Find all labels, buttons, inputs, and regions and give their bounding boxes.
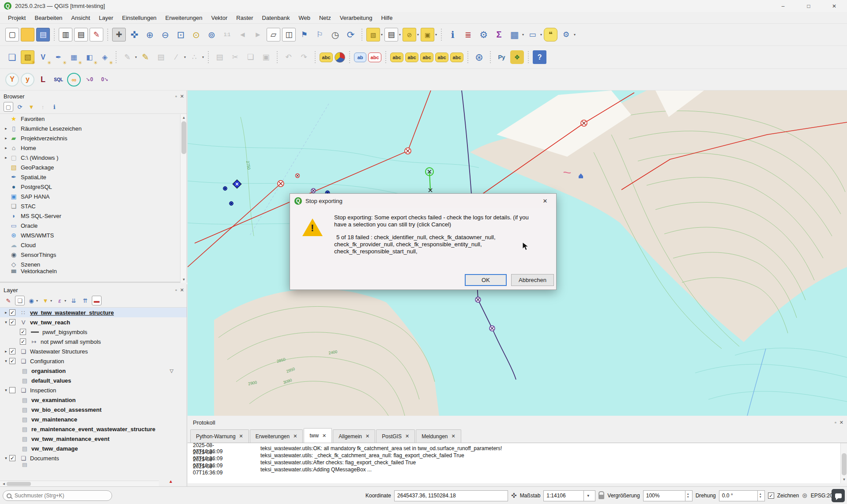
layer-row-inspection[interactable]: ▾❏Inspection — [0, 385, 187, 395]
layer-row-wastewater-structures[interactable]: ▸❏Wastewater Structures — [0, 346, 187, 356]
tww-link-icon[interactable]: ∞ — [67, 73, 81, 87]
dialog-close-icon[interactable]: ✕ — [538, 198, 552, 204]
menu-item-bearbeiten[interactable]: Bearbeiten — [30, 13, 67, 23]
sum-features-icon[interactable]: Σ — [492, 28, 506, 41]
toggle-editing-icon[interactable]: ✎ — [139, 50, 152, 64]
ok-button[interactable]: OK — [465, 274, 507, 286]
browser-item-r-umliche-lesezeichen[interactable]: ▸▯Räumliche Lesezeichen — [0, 124, 187, 133]
layer-row-organisation[interactable]: ▤organisation▽ — [0, 366, 187, 376]
processing-algorithms-icon[interactable]: ⚙ — [559, 28, 573, 41]
new-virtual-point-layer-icon[interactable]: ◈ — [98, 50, 112, 64]
layer-row-vw-tww-maintenance-event[interactable]: ▤vw_tww_maintenance_event — [0, 434, 187, 444]
layer-row-documents[interactable]: ▾❏Documents — [0, 453, 187, 463]
layer-checkbox[interactable] — [9, 348, 15, 354]
tww-network-trace-icon[interactable]: y — [21, 73, 34, 87]
tab-close-icon[interactable]: ✕ — [322, 433, 326, 439]
digitize-icon-dropdown[interactable]: ▾ — [184, 55, 186, 59]
expand-icon[interactable]: ▸ — [3, 310, 9, 315]
layer-row-vw-tww-wastewater-structure[interactable]: ▸∷vw_tww_wastewater_structure — [0, 308, 187, 317]
tww-import-icon[interactable]: L — [36, 73, 50, 87]
zoom-in-icon[interactable]: ⊕ — [143, 28, 157, 41]
browser-item-ms-sql-server[interactable]: ◗MS SQL-Server — [0, 211, 187, 221]
undo-icon[interactable]: ↶ — [282, 50, 295, 64]
layer-row-vw-examination[interactable]: ▤vw_examination — [0, 395, 187, 405]
minimize-button[interactable]: – — [770, 0, 796, 12]
layer-checkbox[interactable] — [20, 329, 26, 335]
layer-checkbox[interactable] — [9, 455, 15, 461]
temporal-controller-icon[interactable]: ◷ — [328, 28, 342, 41]
layer-checkbox[interactable] — [20, 339, 26, 345]
browser-item-vektorkacheln[interactable]: ▦Vektorkacheln — [0, 269, 187, 273]
browser-properties-icon[interactable]: ℹ — [49, 102, 59, 112]
layer-checkbox[interactable] — [9, 358, 15, 364]
layer-filter-legend-icon-dropdown[interactable]: ▾ — [50, 299, 52, 303]
layer-float-icon[interactable]: ▫ — [175, 287, 177, 293]
log-tab-allgemein[interactable]: Allgemein✕ — [333, 429, 375, 443]
browser-scrollbar[interactable]: ▲ ▼ — [180, 114, 187, 283]
tab-close-icon[interactable]: ✕ — [452, 433, 455, 439]
tww-network-icon[interactable]: Y — [5, 73, 19, 87]
layer-hscrollbar[interactable]: ◄ — [0, 481, 159, 486]
processing-toolbox-icon[interactable]: ⚙ — [477, 28, 490, 41]
koordinate-input[interactable]: 2645437.36, 1150284.18 — [394, 490, 508, 501]
new-3d-map-view-icon[interactable]: ◫ — [282, 28, 296, 41]
rotate-label-icon[interactable]: abc — [435, 53, 448, 62]
browser-item-stac[interactable]: ❏STAC — [0, 201, 187, 211]
tww-import-zero-icon[interactable]: 0➘ — [98, 73, 112, 87]
layer-diagram-icon[interactable] — [335, 52, 345, 63]
browser-item-geopackage[interactable]: ▧GeoPackage — [0, 162, 187, 172]
log-float-icon[interactable]: ▫ — [835, 420, 836, 425]
save-layer-edits-icon[interactable]: ▤ — [154, 50, 168, 64]
select-features-icon-dropdown[interactable]: ▾ — [381, 33, 383, 37]
layer-remove-icon[interactable]: ▬ — [92, 296, 102, 305]
layer-expand-all-icon[interactable]: ⇊ — [69, 296, 79, 305]
layer-filter-legend-icon[interactable]: ▼ — [41, 296, 50, 305]
new-virtual-layer-icon[interactable]: ◧ — [83, 50, 96, 64]
copy-features-icon[interactable]: ❏ — [244, 50, 257, 64]
layer-row-vw-tww-reach[interactable]: ▾Vvw_tww_reach — [0, 317, 187, 327]
measure-icon-dropdown[interactable]: ▾ — [540, 33, 542, 37]
measure-icon[interactable]: ▭ — [526, 28, 539, 41]
expand-icon[interactable]: ▸ — [3, 155, 9, 160]
expand-icon[interactable]: ▸ — [3, 126, 9, 131]
menu-item-projekt[interactable]: Projekt — [4, 13, 30, 23]
browser-refresh-icon[interactable]: ⟳ — [15, 102, 25, 112]
extent-toggle-icon[interactable]: ✜ — [511, 492, 517, 500]
attribute-table-icon-dropdown[interactable]: ▾ — [522, 33, 524, 37]
zoom-native-icon[interactable]: 1:1 — [220, 28, 234, 41]
pan-map-icon[interactable]: ✚ — [112, 28, 126, 41]
layer-visibility-icon[interactable]: ◉ — [26, 296, 36, 305]
lock-icon[interactable] — [599, 495, 604, 499]
layer-collapse-all-icon[interactable]: ⇈ — [80, 296, 90, 305]
add-circular-string-icon-dropdown[interactable]: ▾ — [202, 55, 204, 59]
browser-collapse-all-icon[interactable]: ↑ — [38, 102, 48, 112]
log-scrollbar[interactable]: ▼ — [840, 443, 847, 483]
map-tips-icon[interactable]: ❝ — [544, 28, 557, 41]
browser-item-spatialite[interactable]: ✒SpatiaLite — [0, 172, 187, 182]
select-features-icon[interactable]: ▧ — [366, 28, 380, 41]
expand-icon[interactable]: ▾ — [3, 359, 9, 363]
current-edits-icon-dropdown[interactable]: ▾ — [135, 55, 137, 59]
menu-item-datenbank[interactable]: Datenbank — [258, 13, 294, 23]
expand-icon[interactable]: ▾ — [3, 456, 9, 460]
select-by-value-icon-dropdown[interactable]: ▾ — [399, 33, 401, 37]
massstab-combo[interactable]: 1:14106 ▼ — [543, 490, 595, 501]
cut-features-icon[interactable]: ✂ — [228, 50, 242, 64]
menu-item-hilfe[interactable]: Hilfe — [376, 13, 397, 23]
identify-features-icon[interactable]: ℹ — [446, 28, 459, 41]
zoom-to-layer-icon[interactable]: ⊙ — [189, 28, 203, 41]
style-manager-icon[interactable]: ✎ — [90, 28, 103, 41]
browser-filter-icon[interactable]: ▼ — [26, 102, 36, 112]
layer-row-vw-bio-ecol-assessment[interactable]: ▤vw_bio_ecol_assessment — [0, 405, 187, 414]
layer-labeling-icon[interactable]: abc — [320, 53, 333, 62]
change-label-icon[interactable]: abc — [450, 53, 463, 62]
zeichnen-checkbox[interactable] — [768, 493, 774, 499]
processing-algorithms-icon-dropdown[interactable]: ▾ — [574, 33, 576, 37]
redo-icon[interactable]: ↷ — [297, 50, 311, 64]
layer-filter-expression-icon-dropdown[interactable]: ▾ — [64, 299, 66, 303]
expand-icon[interactable]: ▸ — [3, 349, 9, 354]
browser-item-postgresql[interactable]: ●PostgreSQL — [0, 182, 187, 192]
layer-style-icon[interactable]: ✎ — [4, 296, 13, 305]
tab-close-icon[interactable]: ✕ — [293, 433, 297, 439]
layer-row-re-maintenance-event-wastewater-structure[interactable]: ▤re_maintenance_event_wastewater_structu… — [0, 424, 187, 434]
